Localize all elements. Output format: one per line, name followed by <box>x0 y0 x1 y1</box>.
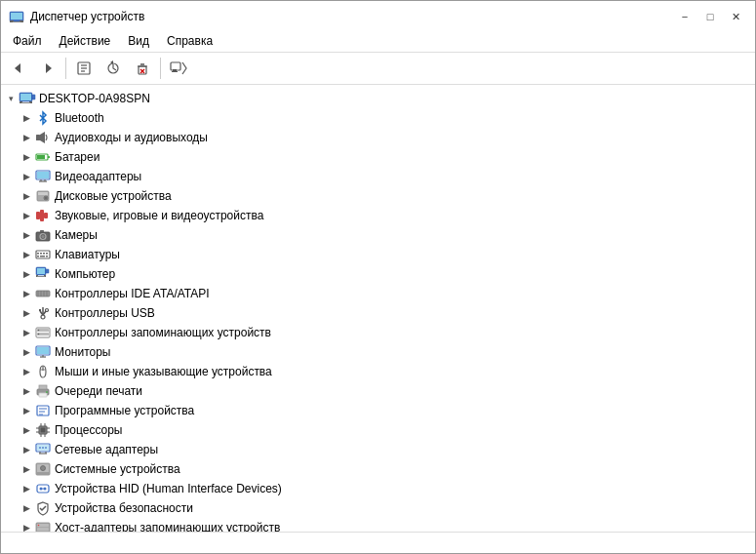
tree-item-node[interactable]: ▶ Мониторы <box>1 342 755 362</box>
close-button[interactable]: ✕ <box>724 7 747 26</box>
device-manager-window: Диспетчер устройств − □ ✕ Файл Действие … <box>0 0 756 554</box>
svg-rect-25 <box>32 95 35 99</box>
expand-icon-7[interactable]: ▶ <box>19 247 34 262</box>
tree-item-node[interactable]: ▶ Аудиовходы и аудиовыходы <box>1 128 755 147</box>
menu-view[interactable]: Вид <box>120 32 157 50</box>
menu-action[interactable]: Действие <box>52 32 119 50</box>
tree-item-node[interactable]: ▶ Устройства HID (Human Interface Device… <box>1 479 755 498</box>
svg-rect-48 <box>40 230 44 232</box>
tree-item-node[interactable]: ▶ Батареи <box>1 147 755 167</box>
svg-point-77 <box>38 330 40 332</box>
toolbar-separator-2 <box>160 58 161 79</box>
item-label-11: Контроллеры запоминающих устройств <box>55 326 271 339</box>
item-label-2: Батареи <box>55 150 99 164</box>
maximize-button[interactable]: □ <box>698 7 722 26</box>
device-tree[interactable]: ▾ DESKTOP-0A98SPN ▶ Bluet <box>1 85 755 532</box>
battery-icon <box>34 148 52 166</box>
item-label-13: Мыши и иные указывающие устройства <box>55 365 272 378</box>
tree-item-node[interactable]: ▶ Видеоадаптеры <box>1 167 755 186</box>
expand-icon-2[interactable]: ▶ <box>19 149 34 165</box>
root-label: DESKTOP-0A98SPN <box>39 92 150 105</box>
toolbar-separator-1 <box>65 58 66 79</box>
tree-item-node[interactable]: ▶ Bluetooth <box>1 108 755 128</box>
expand-icon-12[interactable]: ▶ <box>19 344 34 360</box>
tree-item-node[interactable]: ▶ Контроллеры IDE ATA/ATAPI <box>1 284 755 303</box>
item-label-17: Сетевые адаптеры <box>55 443 158 456</box>
expand-icon-18[interactable]: ▶ <box>19 461 34 477</box>
svg-rect-17 <box>171 62 180 70</box>
svg-rect-52 <box>43 253 45 255</box>
disk-icon <box>34 187 52 205</box>
tree-item-node[interactable]: ▶ Сетевые адаптеры <box>1 440 755 459</box>
update-driver-button[interactable] <box>99 56 127 81</box>
usb-icon <box>34 304 52 322</box>
forward-icon <box>40 60 56 76</box>
computer-icon <box>34 265 52 283</box>
tree-item-node[interactable]: ▶ Системные устройства <box>1 459 755 479</box>
expand-icon-5[interactable]: ▶ <box>19 208 34 223</box>
svg-point-122 <box>38 525 40 527</box>
back-button[interactable] <box>5 56 32 81</box>
expand-icon-11[interactable]: ▶ <box>19 325 34 340</box>
expand-icon-20[interactable]: ▶ <box>19 500 34 516</box>
scan-button[interactable] <box>165 56 192 81</box>
expand-icon-0[interactable]: ▶ <box>19 110 34 126</box>
tree-item-node[interactable]: ▶ Клавиатуры <box>1 245 755 264</box>
item-label-12: Мониторы <box>55 345 110 359</box>
tree-item-node[interactable]: ▶ Компьютер <box>1 264 755 284</box>
tree-item-node[interactable]: ▶ Процессоры <box>1 420 755 440</box>
expand-icon-1[interactable]: ▶ <box>19 130 34 145</box>
expand-icon-13[interactable]: ▶ <box>19 364 34 379</box>
item-label-16: Процессоры <box>55 423 123 437</box>
expand-icon-19[interactable]: ▶ <box>19 481 34 496</box>
tree-item-node[interactable]: ▶ Хост-адаптеры запоминающих устройств <box>1 518 755 532</box>
tree-item-node[interactable]: ▶ Устройства безопасности <box>1 498 755 518</box>
expand-icon-4[interactable]: ▶ <box>19 188 34 204</box>
svg-rect-31 <box>37 155 45 159</box>
tree-item-node[interactable]: ▶ Мыши и иные указывающие устройства <box>1 362 755 381</box>
expand-icon-9[interactable]: ▶ <box>19 286 34 301</box>
svg-rect-94 <box>41 428 46 433</box>
expand-icon-16[interactable]: ▶ <box>19 422 34 438</box>
root-expand-icon[interactable]: ▾ <box>3 91 19 106</box>
svg-marker-6 <box>46 63 52 73</box>
expand-icon-17[interactable]: ▶ <box>19 442 34 457</box>
audio-icon <box>34 129 52 146</box>
svg-marker-5 <box>15 63 20 73</box>
tree-item-node[interactable]: ▶ Очереди печати <box>1 381 755 401</box>
tree-item-node[interactable]: ▶ Контроллеры USB <box>1 303 755 323</box>
cpu-icon <box>34 421 52 439</box>
expand-icon-3[interactable]: ▶ <box>19 169 34 184</box>
expand-icon-8[interactable]: ▶ <box>19 266 34 282</box>
tree-item-node[interactable]: ▶ Дисковые устройства <box>1 186 755 206</box>
expand-icon-6[interactable]: ▶ <box>19 227 34 243</box>
menu-bar: Файл Действие Вид Справка <box>1 30 755 53</box>
security-icon <box>34 499 52 517</box>
properties-button[interactable] <box>70 56 98 81</box>
expand-icon-21[interactable]: ▶ <box>19 520 34 532</box>
svg-rect-12 <box>139 66 146 74</box>
item-label-14: Очереди печати <box>55 384 142 398</box>
expand-icon-15[interactable]: ▶ <box>19 403 34 418</box>
system-icon <box>34 460 52 478</box>
tree-root-node[interactable]: ▾ DESKTOP-0A98SPN <box>1 89 755 108</box>
title-bar-controls: − □ ✕ <box>673 7 747 26</box>
svg-rect-4 <box>13 21 20 22</box>
forward-button[interactable] <box>34 56 61 81</box>
menu-help[interactable]: Справка <box>159 32 220 50</box>
menu-file[interactable]: Файл <box>5 32 50 50</box>
update-icon <box>105 60 121 76</box>
tree-item-node[interactable]: ▶ Камеры <box>1 225 755 245</box>
svg-rect-34 <box>37 172 49 178</box>
tree-item-node[interactable]: ▶ Программные устройства <box>1 401 755 420</box>
tree-item-node[interactable]: ▶ Контроллеры запоминающих устройств <box>1 323 755 342</box>
svg-rect-24 <box>21 102 30 103</box>
expand-icon-14[interactable]: ▶ <box>19 383 34 399</box>
svg-point-88 <box>46 391 48 393</box>
svg-rect-54 <box>37 256 39 257</box>
ide-icon <box>34 285 52 302</box>
expand-icon-10[interactable]: ▶ <box>19 305 34 321</box>
tree-item-node[interactable]: ▶ Звуковые, игровые и видеоустройства <box>1 206 755 225</box>
uninstall-button[interactable] <box>129 56 156 81</box>
minimize-button[interactable]: − <box>673 7 696 26</box>
